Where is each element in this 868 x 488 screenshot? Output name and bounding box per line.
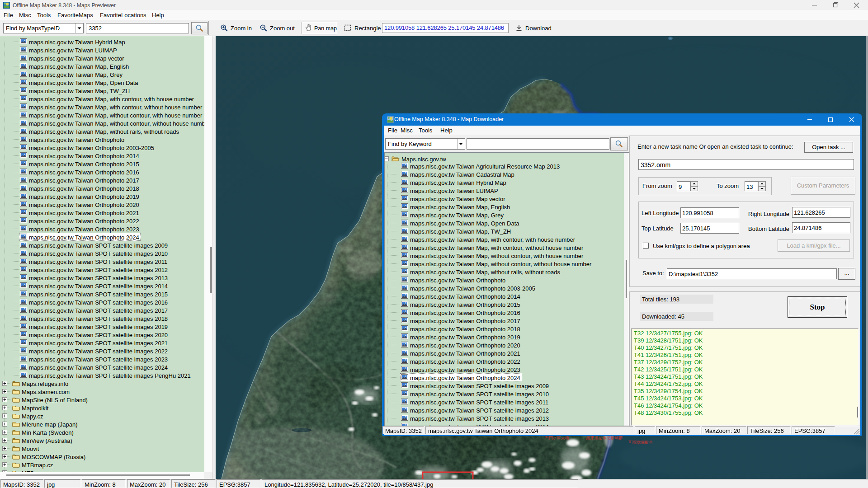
svg-text:草嶺潭堰塞湖: 草嶺潭堰塞湖: [628, 440, 652, 445]
svg-text:羅東溪治水防砂壩群: 羅東溪治水防砂壩群: [586, 436, 623, 440]
svg-text:石門水庫大壩: 石門水庫大壩: [544, 436, 569, 440]
